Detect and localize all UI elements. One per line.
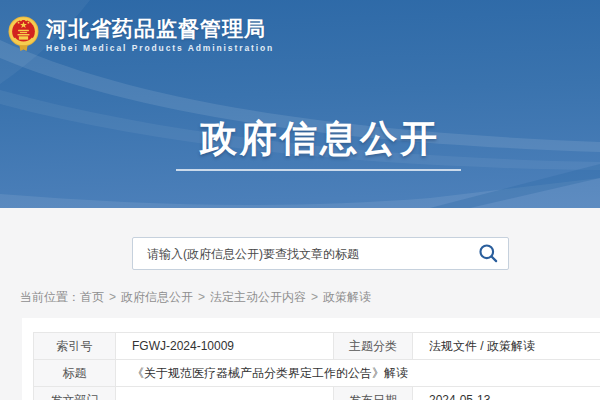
breadcrumb-item-home[interactable]: 首页 <box>80 290 104 304</box>
page-banner-title: 政府信息公开 <box>0 114 600 164</box>
topic-category-value: 法规文件 / 政策解读 <box>413 333 600 360</box>
title-label: 标题 <box>34 360 116 387</box>
search-button[interactable] <box>468 238 508 269</box>
breadcrumb-item-statutory-disclosure[interactable]: 法定主动公开内容 <box>210 290 306 304</box>
document-info-panel: 索引号 FGWJ-2024-10009 主题分类 法规文件 / 政策解读 标题 … <box>22 318 600 400</box>
table-row: 标题 《关于规范医疗器械产品分类界定工作的公告》解读 <box>34 360 600 387</box>
search-box <box>132 237 509 270</box>
site-title-group: 河北省药品监督管理局 Hebei Medical Products Admini… <box>46 16 274 53</box>
site-header: 河北省药品监督管理局 Hebei Medical Products Admini… <box>0 0 600 208</box>
issuing-department-label: 发文部门 <box>34 387 116 400</box>
table-row: 索引号 FGWJ-2024-10009 主题分类 法规文件 / 政策解读 <box>34 333 600 360</box>
index-number-label: 索引号 <box>34 333 116 360</box>
breadcrumb: 当前位置：首页>政府信息公开>法定主动公开内容>政策解读 <box>20 289 371 306</box>
breadcrumb-label: 当前位置： <box>20 290 80 304</box>
publish-date-value: 2024-05-13 <box>413 387 600 400</box>
document-info-table: 索引号 FGWJ-2024-10009 主题分类 法规文件 / 政策解读 标题 … <box>33 332 600 400</box>
site-name-zh: 河北省药品监督管理局 <box>46 18 274 40</box>
breadcrumb-separator: > <box>311 290 318 304</box>
banner-underline <box>176 169 461 171</box>
site-logo[interactable]: 河北省药品监督管理局 Hebei Medical Products Admini… <box>8 14 274 54</box>
topic-category-label: 主题分类 <box>334 333 413 360</box>
title-value: 《关于规范医疗器械产品分类界定工作的公告》解读 <box>116 360 600 387</box>
breadcrumb-separator: > <box>109 290 116 304</box>
publish-date-label: 发布日期 <box>334 387 413 400</box>
breadcrumb-item-policy-interpretation[interactable]: 政策解读 <box>323 290 371 304</box>
breadcrumb-separator: > <box>198 290 205 304</box>
search-input[interactable] <box>133 238 468 269</box>
issuing-department-value <box>116 387 334 400</box>
table-row: 发文部门 发布日期 2024-05-13 <box>34 387 600 400</box>
site-name-en: Hebei Medical Products Administration <box>46 43 274 53</box>
breadcrumb-item-gov-info[interactable]: 政府信息公开 <box>121 290 193 304</box>
search-icon <box>478 243 499 264</box>
national-emblem-icon <box>8 14 39 54</box>
index-number-value: FGWJ-2024-10009 <box>116 333 334 360</box>
